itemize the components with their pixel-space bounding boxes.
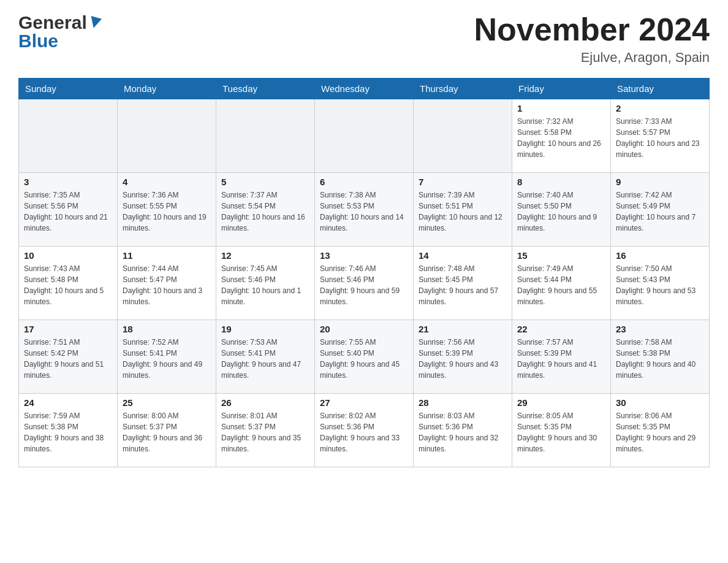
day-info: Sunrise: 7:53 AMSunset: 5:41 PMDaylight:…: [221, 337, 309, 381]
day-info: Sunrise: 7:35 AMSunset: 5:56 PMDaylight:…: [24, 190, 112, 234]
day-number: 23: [616, 324, 704, 334]
calendar-cell: 14Sunrise: 7:48 AMSunset: 5:45 PMDayligh…: [414, 247, 512, 320]
calendar-week-row: 10Sunrise: 7:43 AMSunset: 5:48 PMDayligh…: [19, 247, 710, 320]
calendar-cell: 19Sunrise: 7:53 AMSunset: 5:41 PMDayligh…: [216, 320, 315, 394]
calendar-cell: 11Sunrise: 7:44 AMSunset: 5:47 PMDayligh…: [118, 247, 216, 320]
calendar-cell: [19, 99, 118, 173]
calendar-week-row: 1Sunrise: 7:32 AMSunset: 5:58 PMDaylight…: [19, 99, 710, 173]
day-info: Sunrise: 7:40 AMSunset: 5:50 PMDaylight:…: [517, 190, 605, 234]
calendar-cell: 20Sunrise: 7:55 AMSunset: 5:40 PMDayligh…: [315, 320, 414, 394]
title-area: November 2024 Ejulve, Aragon, Spain: [474, 12, 710, 66]
day-number: 30: [616, 397, 704, 408]
calendar-cell: [216, 99, 315, 173]
day-number: 20: [320, 324, 408, 334]
day-info: Sunrise: 7:58 AMSunset: 5:38 PMDaylight:…: [616, 337, 704, 381]
calendar-cell: 22Sunrise: 7:57 AMSunset: 5:39 PMDayligh…: [512, 320, 611, 394]
calendar-cell: 6Sunrise: 7:38 AMSunset: 5:53 PMDaylight…: [315, 173, 414, 247]
weekday-header-sunday: Sunday: [19, 79, 118, 99]
calendar-cell: 12Sunrise: 7:45 AMSunset: 5:46 PMDayligh…: [216, 247, 315, 320]
calendar-cell: 2Sunrise: 7:33 AMSunset: 5:57 PMDaylight…: [611, 99, 710, 173]
calendar-table: SundayMondayTuesdayWednesdayThursdayFrid…: [18, 78, 710, 467]
day-number: 16: [616, 250, 704, 261]
calendar-cell: 17Sunrise: 7:51 AMSunset: 5:42 PMDayligh…: [19, 320, 118, 394]
day-info: Sunrise: 8:02 AMSunset: 5:36 PMDaylight:…: [320, 410, 408, 454]
weekday-header-thursday: Thursday: [414, 79, 512, 99]
day-number: 28: [419, 397, 507, 408]
day-info: Sunrise: 7:46 AMSunset: 5:46 PMDaylight:…: [320, 263, 408, 307]
day-number: 14: [419, 250, 507, 261]
day-number: 25: [123, 397, 211, 408]
calendar-cell: 21Sunrise: 7:56 AMSunset: 5:39 PMDayligh…: [414, 320, 512, 394]
calendar-cell: 18Sunrise: 7:52 AMSunset: 5:41 PMDayligh…: [118, 320, 216, 394]
day-info: Sunrise: 8:00 AMSunset: 5:37 PMDaylight:…: [123, 410, 211, 454]
logo-blue-text: Blue: [18, 31, 58, 52]
logo: General Blue: [18, 12, 100, 52]
day-number: 8: [517, 177, 605, 187]
day-info: Sunrise: 7:57 AMSunset: 5:39 PMDaylight:…: [517, 337, 605, 381]
calendar-cell: 24Sunrise: 7:59 AMSunset: 5:38 PMDayligh…: [19, 394, 118, 467]
day-number: 15: [517, 250, 605, 261]
calendar-cell: 13Sunrise: 7:46 AMSunset: 5:46 PMDayligh…: [315, 247, 414, 320]
logo-triangle-icon: [88, 16, 102, 29]
day-info: Sunrise: 8:01 AMSunset: 5:37 PMDaylight:…: [221, 410, 309, 454]
day-info: Sunrise: 7:43 AMSunset: 5:48 PMDaylight:…: [24, 263, 112, 307]
calendar-cell: 16Sunrise: 7:50 AMSunset: 5:43 PMDayligh…: [611, 247, 710, 320]
day-info: Sunrise: 7:55 AMSunset: 5:40 PMDaylight:…: [320, 337, 408, 381]
calendar-cell: 30Sunrise: 8:06 AMSunset: 5:35 PMDayligh…: [611, 394, 710, 467]
weekday-header-saturday: Saturday: [611, 79, 710, 99]
day-info: Sunrise: 8:03 AMSunset: 5:36 PMDaylight:…: [419, 410, 507, 454]
page-header: General Blue November 2024 Ejulve, Arago…: [18, 12, 710, 66]
calendar-week-row: 3Sunrise: 7:35 AMSunset: 5:56 PMDaylight…: [19, 173, 710, 247]
day-info: Sunrise: 7:37 AMSunset: 5:54 PMDaylight:…: [221, 190, 309, 234]
calendar-cell: 15Sunrise: 7:49 AMSunset: 5:44 PMDayligh…: [512, 247, 611, 320]
day-number: 19: [221, 324, 309, 334]
day-number: 10: [24, 250, 112, 261]
calendar-cell: [414, 99, 512, 173]
weekday-header-monday: Monday: [118, 79, 216, 99]
day-number: 6: [320, 177, 408, 187]
day-number: 29: [517, 397, 605, 408]
logo-general-text: General: [18, 12, 87, 33]
weekday-header-friday: Friday: [512, 79, 611, 99]
day-number: 17: [24, 324, 112, 334]
day-info: Sunrise: 7:56 AMSunset: 5:39 PMDaylight:…: [419, 337, 507, 381]
calendar-cell: 26Sunrise: 8:01 AMSunset: 5:37 PMDayligh…: [216, 394, 315, 467]
calendar-week-row: 17Sunrise: 7:51 AMSunset: 5:42 PMDayligh…: [19, 320, 710, 394]
calendar-cell: [118, 99, 216, 173]
day-number: 2: [616, 103, 704, 113]
day-number: 9: [616, 177, 704, 187]
day-number: 3: [24, 177, 112, 187]
day-number: 7: [419, 177, 507, 187]
day-info: Sunrise: 7:36 AMSunset: 5:55 PMDaylight:…: [123, 190, 211, 234]
calendar-cell: 8Sunrise: 7:40 AMSunset: 5:50 PMDaylight…: [512, 173, 611, 247]
calendar-week-row: 24Sunrise: 7:59 AMSunset: 5:38 PMDayligh…: [19, 394, 710, 467]
day-info: Sunrise: 7:59 AMSunset: 5:38 PMDaylight:…: [24, 410, 112, 454]
weekday-header-wednesday: Wednesday: [315, 79, 414, 99]
day-info: Sunrise: 7:33 AMSunset: 5:57 PMDaylight:…: [616, 116, 704, 160]
calendar-cell: 25Sunrise: 8:00 AMSunset: 5:37 PMDayligh…: [118, 394, 216, 467]
day-number: 22: [517, 324, 605, 334]
day-info: Sunrise: 7:44 AMSunset: 5:47 PMDaylight:…: [123, 263, 211, 307]
day-number: 18: [123, 324, 211, 334]
day-number: 13: [320, 250, 408, 261]
day-number: 5: [221, 177, 309, 187]
day-number: 12: [221, 250, 309, 261]
day-number: 4: [123, 177, 211, 187]
calendar-cell: 4Sunrise: 7:36 AMSunset: 5:55 PMDaylight…: [118, 173, 216, 247]
calendar-header-row: SundayMondayTuesdayWednesdayThursdayFrid…: [19, 79, 710, 99]
day-number: 24: [24, 397, 112, 408]
calendar-cell: 9Sunrise: 7:42 AMSunset: 5:49 PMDaylight…: [611, 173, 710, 247]
day-info: Sunrise: 7:48 AMSunset: 5:45 PMDaylight:…: [419, 263, 507, 307]
location-title: Ejulve, Aragon, Spain: [474, 50, 710, 66]
day-number: 21: [419, 324, 507, 334]
day-info: Sunrise: 7:52 AMSunset: 5:41 PMDaylight:…: [123, 337, 211, 381]
day-info: Sunrise: 8:06 AMSunset: 5:35 PMDaylight:…: [616, 410, 704, 454]
day-number: 11: [123, 250, 211, 261]
calendar-cell: 3Sunrise: 7:35 AMSunset: 5:56 PMDaylight…: [19, 173, 118, 247]
day-number: 1: [517, 103, 605, 113]
calendar-cell: 29Sunrise: 8:05 AMSunset: 5:35 PMDayligh…: [512, 394, 611, 467]
month-title: November 2024: [474, 12, 710, 47]
calendar-cell: 5Sunrise: 7:37 AMSunset: 5:54 PMDaylight…: [216, 173, 315, 247]
day-info: Sunrise: 7:39 AMSunset: 5:51 PMDaylight:…: [419, 190, 507, 234]
day-info: Sunrise: 7:50 AMSunset: 5:43 PMDaylight:…: [616, 263, 704, 307]
